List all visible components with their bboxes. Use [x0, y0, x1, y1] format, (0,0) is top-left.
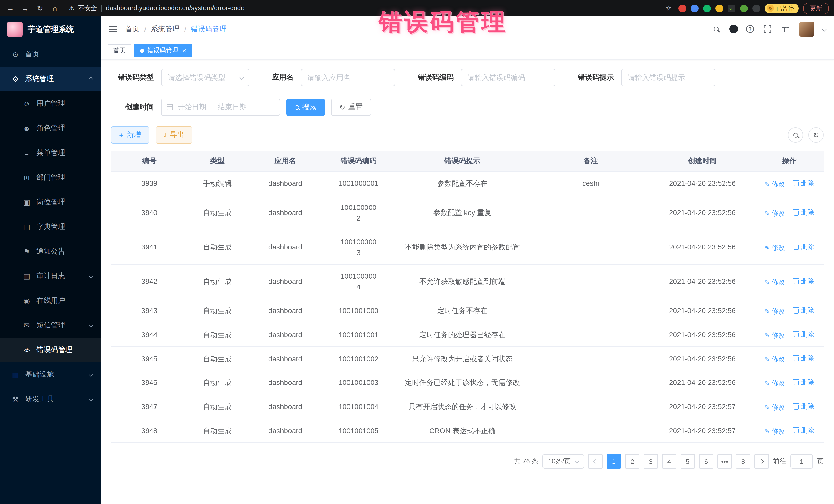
sidebar-item-dept-mgmt[interactable]: ⊞ 部门管理 — [0, 165, 101, 190]
extension-icon-1[interactable] — [678, 4, 686, 12]
extension-icon-5[interactable]: on — [727, 4, 735, 12]
error-code-input[interactable] — [461, 69, 555, 86]
browser-reload-button[interactable]: ↻ — [35, 4, 45, 12]
extension-icon-3[interactable] — [703, 4, 710, 12]
page-button-4[interactable]: 4 — [662, 455, 676, 469]
close-icon[interactable]: × — [182, 47, 186, 54]
delete-link[interactable]: 删除 — [794, 425, 814, 435]
cell-id: 3943 — [111, 299, 188, 323]
address-bar[interactable]: ⚠ 不安全 | dashboard.yudao.iocoder.cn/syste… — [69, 4, 245, 13]
extension-icon-7[interactable] — [752, 4, 760, 12]
edit-icon: ✎ — [765, 308, 770, 314]
cell-msg: 定时任务不存在 — [393, 299, 532, 323]
delete-link[interactable]: 删除 — [794, 377, 814, 387]
page-button-8[interactable]: 8 — [736, 455, 750, 469]
delete-link[interactable]: 删除 — [794, 401, 814, 411]
breadcrumb-system[interactable]: 系统管理 — [151, 24, 180, 34]
add-button[interactable]: + 新增 — [111, 126, 149, 144]
sidebar-item-infra[interactable]: ▦ 基础设施 — [0, 363, 101, 387]
delete-icon — [794, 429, 799, 434]
sidebar-item-system[interactable]: ⚙ 系统管理 — [0, 67, 101, 91]
browser-forward-button[interactable]: → — [20, 4, 30, 12]
extension-icon-4[interactable] — [715, 4, 723, 12]
prev-page-button[interactable] — [588, 455, 602, 469]
font-size-icon[interactable]: TT — [781, 24, 791, 34]
delete-link[interactable]: 删除 — [794, 242, 814, 252]
sidebar-item-notice[interactable]: ⚑ 通知公告 — [0, 239, 101, 264]
edit-link[interactable]: ✎修改 — [765, 306, 785, 316]
delete-link[interactable]: 删除 — [794, 353, 814, 364]
edit-link[interactable]: ✎修改 — [765, 243, 785, 253]
sidebar-item-dict-mgmt[interactable]: ▤ 字典管理 — [0, 215, 101, 239]
bookmark-star-icon[interactable]: ☆ — [663, 4, 674, 12]
sidebar-item-user-mgmt[interactable]: ☺ 用户管理 — [0, 91, 101, 116]
github-icon[interactable] — [729, 25, 738, 34]
sidebar-item-dev-tools[interactable]: ⚒ 研发工具 — [0, 387, 101, 412]
sidebar-item-online-users[interactable]: ◉ 在线用户 — [0, 288, 101, 313]
error-type-select-input[interactable] — [161, 69, 249, 86]
tab-error-code[interactable]: 错误码管理 × — [134, 44, 192, 57]
extension-icon-6[interactable] — [740, 4, 748, 12]
page-ellipsis[interactable]: ••• — [718, 455, 732, 469]
browser-home-button[interactable]: ⌂ — [50, 4, 60, 12]
edit-link[interactable]: ✎修改 — [765, 277, 785, 287]
search-button[interactable]: 搜索 — [286, 98, 325, 116]
fullscreen-icon[interactable] — [762, 24, 772, 34]
delete-link[interactable]: 删除 — [794, 178, 814, 188]
edit-link[interactable]: ✎修改 — [765, 209, 785, 218]
app-logo[interactable]: 芋道管理系统 — [0, 17, 101, 42]
page-button-5[interactable]: 5 — [681, 455, 695, 469]
sidebar-collapse-button[interactable] — [109, 24, 117, 34]
cell-app: dashboard — [247, 347, 324, 371]
page-size-select[interactable]: 10条/页 — [543, 455, 584, 469]
extension-icon-2[interactable] — [690, 4, 698, 12]
goto-page-input[interactable] — [790, 455, 813, 469]
search-icon[interactable] — [711, 24, 721, 34]
sidebar-item-role-mgmt[interactable]: ☻ 角色管理 — [0, 116, 101, 140]
cell-code: 100100000 4 — [324, 265, 393, 299]
sidebar-item-post-mgmt[interactable]: ▣ 岗位管理 — [0, 190, 101, 215]
error-msg-input[interactable] — [621, 69, 716, 86]
edit-link[interactable]: ✎修改 — [765, 426, 785, 436]
error-type-select[interactable] — [161, 69, 249, 86]
edit-link[interactable]: ✎修改 — [765, 378, 785, 388]
help-icon[interactable]: ? — [746, 25, 754, 33]
delete-link[interactable]: 删除 — [794, 276, 814, 286]
edit-link[interactable]: ✎修改 — [765, 402, 785, 412]
badge-icon: ▣ — [22, 198, 32, 206]
edit-link[interactable]: ✎修改 — [765, 354, 785, 365]
chevron-down-icon[interactable] — [822, 27, 827, 31]
browser-back-button[interactable]: ← — [5, 4, 15, 12]
tab-home[interactable]: 首页 — [108, 44, 131, 57]
refresh-table-button[interactable]: ↻ — [808, 127, 824, 143]
profile-paused-badge[interactable]: ☺ 已暂停 — [765, 3, 798, 13]
user-avatar[interactable] — [799, 21, 814, 37]
sidebar-item-home[interactable]: ⊙ 首页 — [0, 42, 101, 67]
browser-update-button[interactable]: 更新 — [803, 2, 829, 14]
app-name-input[interactable] — [301, 69, 395, 86]
pagination: 共 76 条 10条/页 1 2 3 4 5 6 ••• 8 前往 — [111, 455, 824, 484]
date-range-picker[interactable]: 开始日期 - 结束日期 — [161, 98, 280, 116]
edit-link[interactable]: ✎修改 — [765, 179, 785, 189]
delete-link[interactable]: 删除 — [794, 305, 814, 315]
edit-link[interactable]: ✎修改 — [765, 330, 785, 340]
breadcrumb-home[interactable]: 首页 — [125, 24, 139, 34]
page-button-2[interactable]: 2 — [625, 455, 639, 469]
sidebar-item-error-code[interactable]: </> 错误码管理 — [0, 338, 101, 363]
page-button-1[interactable]: 1 — [607, 455, 621, 469]
sidebar-item-menu-mgmt[interactable]: ≡ 菜单管理 — [0, 140, 101, 165]
sidebar-item-audit-log[interactable]: ▥ 审计日志 — [0, 264, 101, 288]
edit-icon: ✎ — [765, 210, 770, 216]
search-toggle-button[interactable] — [788, 127, 803, 143]
sidebar-item-sms-mgmt[interactable]: ✉ 短信管理 — [0, 313, 101, 338]
delete-link[interactable]: 删除 — [794, 329, 814, 339]
page-button-3[interactable]: 3 — [643, 455, 658, 469]
next-page-button[interactable] — [754, 455, 769, 469]
tab-label: 错误码管理 — [147, 46, 178, 55]
date-range-separator: - — [211, 103, 213, 111]
export-button[interactable]: ↓ 导出 — [155, 126, 193, 144]
cell-actions: ✎修改 删除 — [755, 371, 824, 395]
reset-button[interactable]: ↻ 重置 — [331, 98, 371, 116]
delete-link[interactable]: 删除 — [794, 207, 814, 217]
page-button-6[interactable]: 6 — [699, 455, 714, 469]
